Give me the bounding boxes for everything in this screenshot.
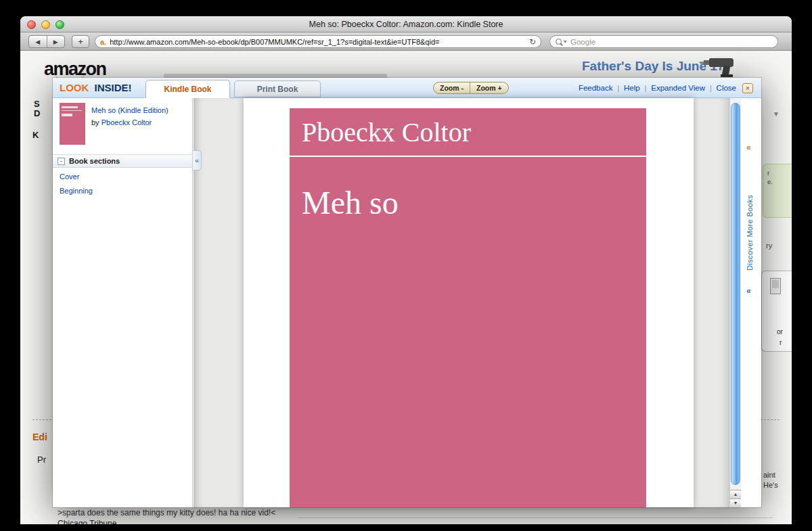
box-text-fragment: r <box>780 339 782 346</box>
page-content: amazon Father's Day Is June 17 S D K ▼ r… <box>20 51 792 524</box>
book-sections-header: - Book sections <box>53 154 192 168</box>
scroll-up-icon[interactable]: ▲ <box>730 490 741 499</box>
look-inside-logo: LOOK INSIDE! <box>60 78 132 98</box>
by-label: by <box>91 118 99 126</box>
tab-print-book[interactable]: Print Book <box>234 80 321 97</box>
byline: by Pboeckx Coltor <box>91 118 152 126</box>
look-label: LOOK <box>60 82 89 93</box>
thumb-text-line <box>62 114 72 116</box>
reader-header: LOOK INSIDE! Kindle Book Print Book Zoom… <box>53 78 761 98</box>
zoom-controls: Zoom - Zoom + <box>433 82 509 94</box>
address-bar[interactable]: a. http://www.amazon.com/Meh-so-ebook/dp… <box>95 35 541 48</box>
new-tab-button[interactable]: + <box>72 35 89 48</box>
refresh-icon[interactable]: ↻ <box>529 37 536 47</box>
zoom-out-button[interactable]: Zoom - <box>434 83 470 93</box>
header-links: Feedback | Help | Expanded View | Close … <box>579 78 753 98</box>
inside-label: INSIDE! <box>95 82 132 93</box>
link-separator: | <box>645 85 647 92</box>
green-box-line: e. <box>767 177 792 186</box>
green-box-line: r <box>767 168 792 177</box>
history-nav: ◀ ▶ <box>28 35 65 48</box>
cutoff-text-fragment: D <box>34 108 40 118</box>
window-title: Meh so: Pboeckx Coltor: Amazon.com: Kind… <box>20 16 792 32</box>
tab-kindle-book[interactable]: Kindle Book <box>145 80 230 98</box>
scroll-down-icon[interactable]: ▼ <box>730 499 741 507</box>
review-source: Chicago Tribune <box>58 519 116 524</box>
dropdown-caret-icon: ▼ <box>773 110 780 118</box>
browser-window: Meh so: Pboeckx Coltor: Amazon.com: Kind… <box>20 16 792 524</box>
footer-divider <box>298 517 773 518</box>
amazon-favicon-icon: a. <box>100 38 106 46</box>
discover-more-books-tab[interactable]: Discover More Books <box>746 176 754 271</box>
close-window-button[interactable] <box>27 20 36 29</box>
window-titlebar[interactable]: Meh so: Pboeckx Coltor: Amazon.com: Kind… <box>20 16 792 32</box>
collapse-chevron-icon[interactable]: « <box>746 143 751 152</box>
thumb-rule-line <box>62 110 82 111</box>
promo-box-kindle: or r <box>761 271 792 352</box>
expanded-view-link[interactable]: Expanded View <box>651 84 705 92</box>
minimize-window-button[interactable] <box>41 20 50 29</box>
search-dropdown-icon[interactable]: ▾ <box>564 39 566 45</box>
url-text[interactable]: http://www.amazon.com/Meh-so-ebook/dp/B0… <box>110 38 526 46</box>
book-sections-label: Book sections <box>69 155 120 168</box>
cover-title-text: Meh so <box>302 185 646 221</box>
editorial-reviews-heading-fragment: Edi <box>32 432 47 442</box>
book-title-link[interactable]: Meh so (Kindle Edition) <box>91 106 189 115</box>
link-separator: | <box>710 85 712 92</box>
sidebar-collapse-button[interactable]: « <box>193 150 202 170</box>
browser-toolbar: ◀ ▶ + a. http://www.amazon.com/Meh-so-eb… <box>20 32 792 51</box>
review-quote: >sparta does the same things my kitty do… <box>58 508 275 517</box>
book-cover-image: Pboeckx Coltor Meh so <box>290 108 646 507</box>
drill-battery-part <box>721 74 733 77</box>
drill-icon <box>702 55 746 78</box>
cutoff-text-fragment: Pr <box>37 455 46 465</box>
cutoff-text-fragment: K <box>32 130 39 140</box>
cutoff-text-fragment: He's <box>763 481 778 489</box>
author-link[interactable]: Pboeckx Coltor <box>102 118 152 126</box>
cover-rule-line <box>290 156 646 157</box>
help-link[interactable]: Help <box>624 84 640 92</box>
close-icon[interactable]: × <box>742 83 753 93</box>
traffic-lights <box>27 20 64 29</box>
zoom-window-button[interactable] <box>55 20 64 29</box>
cutoff-text-fragment: S <box>34 99 40 109</box>
feedback-link[interactable]: Feedback <box>579 84 613 92</box>
book-cover-thumbnail[interactable] <box>60 103 85 145</box>
promo-box-green: r e. <box>763 164 792 218</box>
cutoff-text-fragment: ry <box>766 241 772 250</box>
reader-sidebar: Meh so (Kindle Edition) by Pboeckx Colto… <box>53 98 193 507</box>
reader-body: Meh so (Kindle Edition) by Pboeckx Colto… <box>53 98 761 507</box>
zoom-in-button[interactable]: Zoom + <box>470 83 508 93</box>
reader-scrollbar[interactable]: ▲ ▼ <box>729 98 741 507</box>
kindle-device-icon <box>770 278 781 294</box>
link-separator: | <box>617 85 619 92</box>
section-link-beginning[interactable]: Beginning <box>60 187 93 195</box>
close-link[interactable]: Close <box>717 84 736 92</box>
page-viewer: Pboeckx Coltor Meh so <box>194 98 729 507</box>
search-field[interactable]: ▾ Google <box>549 35 778 48</box>
cutoff-text-fragment: aint <box>763 471 775 479</box>
section-link-cover[interactable]: Cover <box>60 172 79 181</box>
back-button[interactable]: ◀ <box>29 36 47 47</box>
thumb-text-line <box>62 106 78 108</box>
discover-strip: « Discover More Books « <box>741 98 761 507</box>
forward-button[interactable]: ▶ <box>47 36 65 47</box>
search-placeholder: Google <box>570 38 595 46</box>
book-page: Pboeckx Coltor Meh so <box>244 98 694 507</box>
search-icon <box>556 39 562 45</box>
scrollbar-thumb[interactable] <box>731 103 740 485</box>
cover-author-text: Pboeckx Coltor <box>302 118 646 147</box>
collapse-minus-icon[interactable]: - <box>58 158 65 165</box>
box-text-fragment: or <box>777 328 783 336</box>
look-inside-modal: LOOK INSIDE! Kindle Book Print Book Zoom… <box>53 78 761 507</box>
collapse-chevron-icon[interactable]: « <box>746 286 751 296</box>
